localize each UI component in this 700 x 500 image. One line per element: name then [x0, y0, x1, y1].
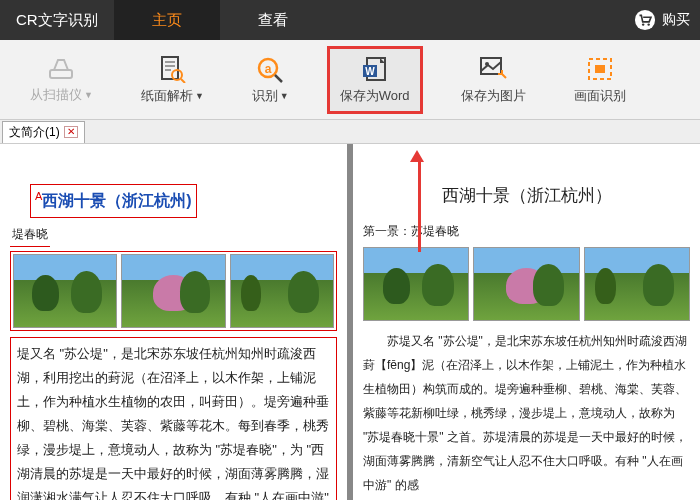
scanner-icon — [46, 56, 76, 82]
thumbnail — [363, 247, 469, 321]
thumbnail — [121, 254, 225, 328]
left-heading-region: A西湖十景（浙江杭州) — [30, 184, 197, 218]
titlebar-right: 购买 — [634, 9, 700, 31]
right-paragraph: 苏堤又名 "苏公堤"，是北宋苏东坡任杭州知州时疏浚西湖葑【fēng】泥（在沼泽上… — [363, 329, 690, 497]
right-pane: 西湖十景（浙江杭州） 第一景：苏堤春晓 苏堤又名 "苏公堤"，是北宋苏东坡任杭州… — [353, 144, 700, 500]
right-heading: 西湖十景（浙江杭州） — [363, 180, 690, 212]
right-sub1: 第一景：苏堤春晓 — [363, 220, 690, 243]
svg-line-12 — [275, 75, 282, 82]
document-tab[interactable]: 文简介(1) ✕ — [2, 121, 85, 143]
tool-save-image[interactable]: 保存为图片 — [451, 49, 536, 111]
recognize-icon: a — [255, 55, 285, 83]
svg-point-2 — [647, 23, 649, 25]
tool-from-scanner[interactable]: 从扫描仪▼ — [20, 50, 103, 110]
left-image-region — [10, 251, 337, 331]
document-tabbar: 文简介(1) ✕ — [0, 120, 700, 144]
thumbnail — [230, 254, 334, 328]
svg-point-1 — [642, 23, 644, 25]
left-text-region: 堤又名 "苏公堤"，是北宋苏东坡任杭州知州时疏浚西湖，利用挖出的葑泥（在沼泽上，… — [10, 337, 337, 500]
left-heading: 西湖十景（浙江杭州) — [42, 192, 191, 209]
word-icon: W — [360, 55, 390, 83]
tool-page-analysis[interactable]: 纸面解析▼ — [131, 49, 214, 111]
svg-rect-3 — [50, 70, 72, 78]
close-tab-icon[interactable]: ✕ — [64, 126, 78, 138]
left-pane: A西湖十景（浙江杭州) 堤春晓 堤又名 "苏公堤"，是北宋苏东坡任杭州知州时疏浚… — [0, 144, 353, 500]
right-image-row — [363, 247, 690, 321]
left-subheading: 堤春晓 — [10, 223, 50, 247]
cart-icon[interactable] — [634, 9, 656, 31]
svg-rect-19 — [595, 65, 605, 73]
buy-label[interactable]: 购买 — [662, 11, 690, 29]
thumbnail — [584, 247, 690, 321]
tab-home[interactable]: 主页 — [114, 0, 220, 40]
save-image-icon — [478, 55, 508, 83]
toolbar: 从扫描仪▼ 纸面解析▼ a 识别▼ W 保存为Word 保存为图片 画面识别 — [0, 40, 700, 120]
svg-rect-16 — [481, 58, 501, 74]
svg-rect-4 — [162, 57, 178, 79]
page-analysis-icon — [157, 55, 187, 83]
tool-screen-recognize[interactable]: 画面识别 — [564, 49, 636, 111]
titlebar: CR文字识别 主页 查看 购买 — [0, 0, 700, 40]
svg-point-0 — [635, 10, 655, 30]
workspace: A西湖十景（浙江杭州) 堤春晓 堤又名 "苏公堤"，是北宋苏东坡任杭州知州时疏浚… — [0, 144, 700, 500]
app-name: CR文字识别 — [0, 11, 114, 30]
tab-view[interactable]: 查看 — [220, 0, 326, 40]
tool-save-word[interactable]: W 保存为Word — [327, 46, 423, 114]
svg-line-9 — [181, 79, 185, 83]
svg-text:a: a — [265, 62, 272, 76]
svg-text:W: W — [365, 66, 375, 77]
thumbnail — [473, 247, 579, 321]
tool-recognize[interactable]: a 识别▼ — [242, 49, 299, 111]
thumbnail — [13, 254, 117, 328]
screen-recognize-icon — [585, 55, 615, 83]
